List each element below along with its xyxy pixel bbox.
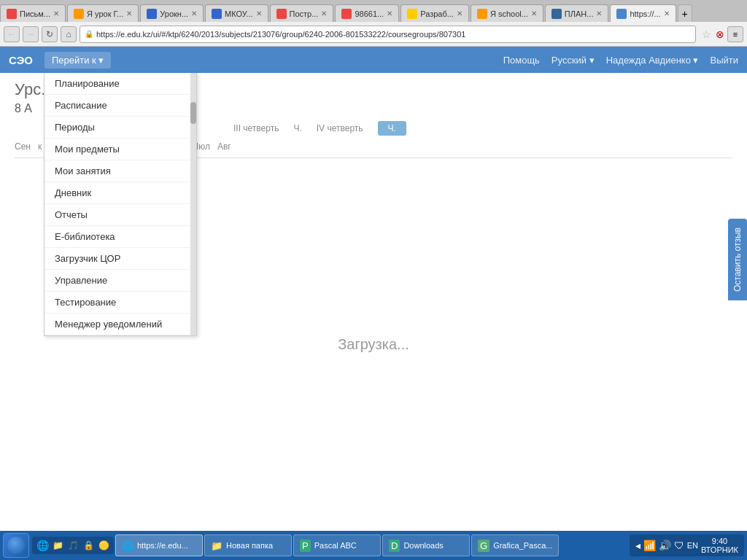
taskbar-app-downloads-label: Downloads	[403, 541, 443, 550]
tab-1-favicon	[7, 9, 17, 19]
icon-5[interactable]: 🟡	[97, 539, 110, 552]
clock-time: 9:40	[712, 537, 727, 545]
taskbar-app-grafica[interactable]: G Grafica_Pasca...	[471, 534, 559, 556]
taskbar-app-downloads[interactable]: D Downloads	[382, 534, 470, 556]
tab-9-close[interactable]: ✕	[596, 9, 602, 18]
tab-1[interactable]: Письм... ✕	[0, 4, 66, 22]
address-bar[interactable]: 🔒 https://e.edu.kz/ui/#/ktp/6240/2013/su…	[80, 26, 696, 43]
tab-2-close[interactable]: ✕	[126, 9, 132, 18]
tab-5[interactable]: Постр... ✕	[270, 4, 334, 22]
home-button[interactable]: ⌂	[61, 26, 77, 42]
taskbar-app-grafica-label: Grafica_Pasca...	[493, 541, 552, 550]
clock-day: ВТОРНИК	[701, 545, 738, 554]
menu-item-diary[interactable]: Дневник	[44, 182, 196, 204]
tab-7-close[interactable]: ✕	[457, 9, 462, 18]
menu-item-loader[interactable]: Загрузчик ЦОР	[44, 248, 196, 270]
taskbar-app-folder[interactable]: 📁 Новая папка	[204, 534, 292, 556]
quarter-3[interactable]: III четверть	[233, 123, 279, 133]
tab-3-favicon	[147, 9, 157, 19]
taskbar-app-folder-label: Новая папка	[226, 541, 273, 550]
menu-item-my-lessons[interactable]: Мои занятия	[44, 160, 196, 182]
clock: 9:40 ВТОРНИК	[701, 537, 738, 554]
tab-8[interactable]: Я school... ✕	[471, 4, 543, 22]
norton-icon[interactable]: 🔒	[82, 539, 95, 552]
media-icon[interactable]: 🎵	[66, 539, 80, 552]
tab-5-favicon	[276, 9, 287, 19]
tab-7[interactable]: Разраб... ✕	[400, 4, 469, 22]
quarter-4[interactable]: IV четверть	[317, 123, 363, 133]
tab-10[interactable]: https://... ✕	[610, 4, 676, 22]
menu-item-testing[interactable]: Тестирование	[44, 292, 196, 314]
tab-4[interactable]: МКОУ... ✕	[205, 4, 268, 22]
tray-volume-icon[interactable]: 🔊	[659, 540, 671, 551]
tab-10-favicon	[616, 9, 627, 19]
tab-9[interactable]: ПЛАН... ✕	[545, 4, 609, 22]
taskbar-app-pascal-icon: P	[300, 540, 311, 552]
taskbar-app-browser-label: https://e.edu...	[137, 541, 188, 550]
start-orb	[7, 537, 25, 554]
forward-button[interactable]: →	[23, 26, 39, 42]
month-k[interactable]: к	[38, 141, 42, 152]
explorer-icon[interactable]: 📁	[51, 539, 64, 552]
tab-6-close[interactable]: ✕	[387, 9, 392, 18]
menu-item-periods[interactable]: Периоды	[44, 117, 196, 139]
menu-item-my-subjects[interactable]: Мои предметы	[44, 139, 196, 160]
tray-lang[interactable]: EN	[687, 541, 698, 550]
goto-dropdown: Планирование Расписание Периоды Мои пред…	[44, 73, 197, 336]
menu-item-notifications[interactable]: Менеджер уведомлений	[44, 314, 196, 335]
taskbar-app-browser[interactable]: 🌐 https://e.edu...	[115, 534, 203, 556]
taskbar-app-downloads-icon: D	[389, 540, 400, 552]
tab-4-favicon	[212, 9, 222, 19]
system-tray: ◂ 📶 🔊 🛡 EN 9:40 ВТОРНИК	[630, 534, 744, 556]
back-button[interactable]: ←	[4, 26, 20, 42]
ie-icon[interactable]: 🌐	[36, 539, 49, 552]
feedback-tab[interactable]: Оставить отзыв	[728, 219, 747, 300]
reload-button[interactable]: ↻	[42, 26, 58, 42]
menu-item-planning[interactable]: Планирование	[44, 73, 196, 95]
tray-arrow-icon[interactable]: ◂	[635, 540, 640, 551]
tab-3-close[interactable]: ✕	[191, 9, 197, 18]
tab-10-close[interactable]: ✕	[664, 9, 670, 18]
goto-menu[interactable]: Перейти к ▾	[44, 52, 111, 69]
tab-7-favicon	[407, 9, 417, 19]
taskbar-app-grafica-icon: G	[478, 540, 489, 552]
taskbar-app-pascal[interactable]: P Pascal ABC	[293, 534, 381, 556]
app-logo: СЭО	[9, 54, 33, 66]
tray-network-icon[interactable]: 📶	[643, 540, 656, 551]
menu-item-schedule[interactable]: Расписание	[44, 95, 196, 117]
main-area: Планирование Расписание Периоды Мои пред…	[0, 73, 747, 531]
dropdown-scrollbar[interactable]	[190, 73, 196, 335]
user-menu[interactable]: Надежда Авдиенко ▾	[606, 55, 699, 66]
quarter-3-short[interactable]: Ч.	[293, 123, 301, 133]
month-sep[interactable]: Сен	[15, 141, 31, 152]
tab-2-favicon	[74, 9, 84, 19]
menu-item-elibrary[interactable]: Е-библиотека	[44, 226, 196, 248]
menu-item-reports[interactable]: Отчеты	[44, 204, 196, 226]
tab-9-favicon	[551, 9, 562, 19]
start-button[interactable]	[3, 533, 29, 558]
tab-6[interactable]: 98661... ✕	[335, 4, 399, 22]
tab-2[interactable]: Я урок Г... ✕	[67, 4, 139, 22]
stop-icon[interactable]: ⊗	[716, 28, 724, 40]
month-aug[interactable]: Авг	[217, 141, 231, 152]
tab-bar: Письм... ✕ Я урок Г... ✕ Урокн... ✕ МКОУ…	[0, 0, 747, 22]
new-tab-button[interactable]: +	[678, 4, 692, 22]
taskbar-app-folder-icon: 📁	[211, 540, 222, 551]
lang-menu[interactable]: Русский ▾	[551, 55, 595, 66]
tab-4-close[interactable]: ✕	[256, 9, 262, 18]
menu-item-management[interactable]: Управление	[44, 270, 196, 292]
tab-3[interactable]: Урокн... ✕	[140, 4, 204, 22]
menu-button[interactable]: ≡	[727, 26, 743, 42]
tab-8-close[interactable]: ✕	[531, 9, 537, 18]
logout-link[interactable]: Выйти	[711, 55, 739, 66]
loading-text: Загрузка...	[338, 336, 409, 353]
tab-5-close[interactable]: ✕	[321, 9, 327, 18]
app-bar: СЭО Перейти к ▾ Помощь Русский ▾ Надежда…	[0, 47, 747, 73]
help-link[interactable]: Помощь	[503, 55, 540, 66]
quarter-4-active[interactable]: Ч.	[378, 121, 406, 136]
taskbar-app-browser-icon: 🌐	[122, 540, 133, 551]
bookmark-icon[interactable]: ☆	[702, 28, 711, 40]
tab-1-close[interactable]: ✕	[53, 9, 59, 18]
lock-icon: 🔒	[85, 30, 93, 38]
tray-security-icon[interactable]: 🛡	[674, 540, 684, 551]
